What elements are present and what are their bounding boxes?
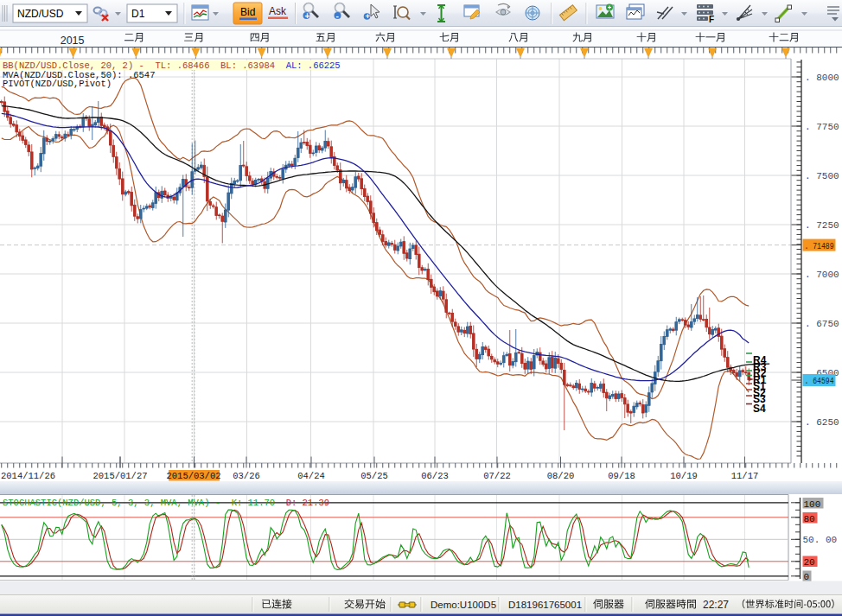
- svg-text:F: F: [709, 15, 714, 24]
- svg-text:. 7750: . 7750: [805, 122, 839, 132]
- svg-text:80: 80: [804, 514, 815, 524]
- svg-text:. 71489: . 71489: [805, 241, 834, 251]
- svg-text:50. 00: 50. 00: [803, 535, 838, 545]
- svg-text:Bid: Bid: [240, 6, 255, 18]
- svg-text:05/25: 05/25: [360, 471, 388, 481]
- svg-text:NZD/USD: NZD/USD: [17, 8, 64, 20]
- svg-text:09/18: 09/18: [608, 471, 635, 481]
- svg-text:PIVOT(NZD/USD,Pivot): PIVOT(NZD/USD,Pivot): [3, 79, 112, 89]
- svg-text:2015/03/02: 2015/03/02: [166, 471, 220, 481]
- svg-text:03/26: 03/26: [233, 471, 260, 481]
- svg-text:04/24: 04/24: [297, 471, 325, 481]
- svg-text:06/23: 06/23: [421, 471, 449, 481]
- svg-text:. 64594: . 64594: [805, 376, 834, 386]
- svg-text:100: 100: [804, 499, 821, 510]
- svg-text:. 7500: . 7500: [805, 171, 839, 181]
- svg-text:. 6250: . 6250: [805, 417, 839, 428]
- svg-text:-: -: [335, 11, 338, 21]
- svg-text:. 7250: . 7250: [805, 220, 839, 231]
- svg-text:08/20: 08/20: [547, 471, 575, 481]
- svg-text:0: 0: [804, 572, 810, 582]
- svg-text:. 6750: . 6750: [805, 319, 839, 329]
- svg-text:Demo:U100D5: Demo:U100D5: [431, 600, 496, 610]
- svg-text:10/19: 10/19: [670, 471, 698, 481]
- svg-text:STOCHASTIC(NZD/USD, 5, 3, 3, M: STOCHASTIC(NZD/USD, 5, 3, 3, MVA, MVA) -…: [3, 498, 329, 508]
- svg-text:11/17: 11/17: [731, 471, 759, 481]
- svg-text:+: +: [304, 11, 309, 21]
- svg-text:07/22: 07/22: [483, 471, 511, 481]
- svg-text:22:27: 22:27: [703, 599, 729, 611]
- svg-text:Ask: Ask: [269, 5, 287, 17]
- svg-text:2015/01/27: 2015/01/27: [92, 471, 147, 481]
- svg-text:2014/11/26: 2014/11/26: [1, 471, 55, 481]
- svg-text:D1: D1: [131, 8, 145, 20]
- svg-text:+: +: [365, 11, 370, 21]
- svg-text:2015: 2015: [61, 35, 85, 47]
- svg-text:D181961765001: D181961765001: [508, 600, 582, 610]
- svg-text:. 7000: . 7000: [805, 270, 839, 280]
- svg-text:S4: S4: [753, 403, 766, 415]
- svg-text:20: 20: [804, 557, 815, 568]
- svg-text:. 8000: . 8000: [805, 73, 839, 83]
